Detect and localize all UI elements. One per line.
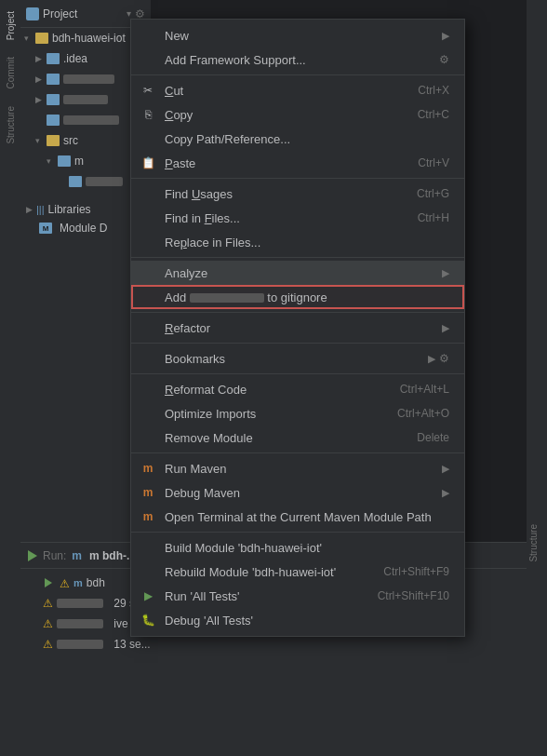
menu-arrow-bookmarks: ▶: [428, 353, 435, 365]
run-item-2-text: [57, 599, 103, 608]
menu-label-cut: Cut: [165, 84, 183, 98]
menu-item-new[interactable]: New ▶: [131, 23, 464, 47]
menu-item-add-gitignore[interactable]: Add to gitignore: [131, 285, 464, 309]
tree-folder-icon-m: [58, 155, 71, 167]
run-item-1-arrow: [45, 578, 52, 587]
menu-item-copy-path[interactable]: Copy Path/Reference...: [131, 127, 464, 151]
open-terminal-icon: m: [140, 509, 155, 524]
run-tests-icon: ▶: [140, 588, 155, 603]
cut-shortcut: Ctrl+X: [418, 84, 449, 97]
separator-2: [131, 178, 464, 179]
menu-item-reformat-code[interactable]: Reformat Code Ctrl+Alt+L: [131, 377, 464, 401]
tree-folder-icon-idea: [47, 53, 60, 64]
menu-item-run-maven[interactable]: m Run Maven ▶: [131, 456, 464, 480]
paste-icon: 📋: [140, 155, 155, 170]
sidebar-tab-project[interactable]: Project: [4, 4, 18, 47]
run-item-1-warning: ⚠: [60, 576, 70, 590]
project-folder-icon: [26, 7, 39, 20]
rebuild-shortcut: Ctrl+Shift+F9: [383, 565, 449, 578]
cut-icon: ✂: [140, 83, 155, 98]
run-play-icon[interactable]: [28, 550, 37, 561]
tree-label-sub: [86, 177, 123, 186]
menu-label-refactor: Refactor: [165, 321, 210, 335]
tree-arrow-m: ▾: [47, 156, 56, 166]
menu-arrow-refactor: ▶: [442, 322, 449, 334]
separator-5: [131, 343, 464, 344]
separator-8: [131, 532, 464, 533]
run-title: m bdh-...: [89, 549, 136, 562]
tree-label-blurred2: [63, 95, 108, 104]
menu-item-copy[interactable]: ⎘ Copy Ctrl+C: [131, 102, 464, 127]
menu-item-replace-in-files[interactable]: Replace in Files...: [131, 230, 464, 254]
run-item-4[interactable]: ⚠ 13 se...: [35, 634, 547, 655]
separator-4: [131, 312, 464, 313]
menu-item-run-all-tests[interactable]: ▶ Run 'All Tests' Ctrl+Shift+F10: [131, 584, 464, 608]
menu-item-paste[interactable]: 📋 Paste Ctrl+V: [131, 151, 464, 175]
menu-label-add-gitignore: Add to gitignore: [165, 290, 327, 304]
menu-arrow-run-maven: ▶: [442, 463, 449, 475]
menu-label-reformat-code: Reformat Code: [165, 383, 247, 397]
libraries-label: Libraries: [48, 203, 91, 216]
menu-label-bookmarks: Bookmarks: [165, 352, 225, 366]
menu-arrow-new: ▶: [442, 30, 449, 42]
tree-label-m: m: [74, 155, 84, 168]
menu-arrow-debug-maven: ▶: [442, 487, 449, 499]
menu-item-optimize-imports[interactable]: Optimize Imports Ctrl+Alt+O: [131, 401, 464, 425]
sidebar-tab-structure[interactable]: Structure: [4, 99, 18, 152]
run-maven-m: m: [72, 549, 82, 562]
right-sidebar: Structure: [527, 0, 547, 756]
tree-label-src: src: [63, 134, 78, 147]
paste-shortcut: Ctrl+V: [418, 156, 449, 169]
menu-item-remove-module[interactable]: Remove Module Delete: [131, 425, 464, 450]
menu-item-find-in-files[interactable]: Find in Files... Ctrl+H: [131, 206, 464, 230]
run-tests-shortcut: Ctrl+Shift+F10: [378, 589, 449, 602]
reformat-shortcut: Ctrl+Alt+L: [400, 383, 449, 396]
menu-label-find-in-files: Find in Files...: [165, 211, 240, 225]
menu-item-find-usages[interactable]: Find Usages Ctrl+G: [131, 182, 464, 206]
tree-folder-icon-src: [47, 135, 60, 146]
menu-label-build-module: Build Module 'bdh-huawei-iot': [165, 541, 322, 555]
module-label: Module D: [60, 222, 107, 235]
sidebar-tab-commit[interactable]: Commit: [4, 49, 18, 96]
tree-label-blurred1: [63, 74, 114, 84]
tree-folder-icon-sub: [69, 176, 82, 187]
menu-item-rebuild-module[interactable]: Rebuild Module 'bdh-huawei-iot' Ctrl+Shi…: [131, 560, 464, 584]
tree-folder-icon-root: [35, 33, 48, 44]
sidebar-tab-structure-right[interactable]: Structure: [527, 517, 540, 570]
run-item-2-warning: ⚠: [43, 597, 53, 610]
menu-label-find-usages: Find Usages: [165, 187, 233, 201]
tree-label-idea: .idea: [63, 52, 87, 65]
menu-item-debug-maven[interactable]: m Debug Maven ▶: [131, 480, 464, 505]
menu-label-open-terminal: Open Terminal at the Current Maven Modul…: [165, 510, 432, 524]
menu-arrow-analyze: ▶: [442, 267, 449, 279]
menu-item-build-module[interactable]: Build Module 'bdh-huawei-iot': [131, 535, 464, 560]
menu-label-copy: Copy: [165, 108, 193, 122]
menu-label-copy-path: Copy Path/Reference...: [165, 132, 290, 146]
debug-tests-icon: 🐛: [140, 613, 155, 628]
copy-icon: ⎘: [140, 107, 155, 122]
menu-item-bookmarks[interactable]: Bookmarks ▶ ⚙: [131, 346, 464, 371]
menu-item-add-framework[interactable]: Add Framework Support... ⚙: [131, 47, 464, 72]
tree-arrow-idea: ▶: [35, 54, 45, 63]
run-item-3-text: [57, 619, 103, 628]
framework-gear-icon: ⚙: [439, 53, 449, 66]
menu-item-open-terminal[interactable]: m Open Terminal at the Current Maven Mod…: [131, 505, 464, 529]
project-dropdown-icon[interactable]: ▾: [127, 8, 131, 19]
tree-arrow-root: ▾: [24, 34, 33, 43]
menu-item-cut[interactable]: ✂ Cut Ctrl+X: [131, 78, 464, 102]
tree-folder-icon-blurred3: [47, 115, 60, 126]
find-in-files-shortcut: Ctrl+H: [418, 211, 449, 224]
tree-folder-icon-blurred1: [47, 74, 60, 85]
run-item-4-text: [57, 640, 103, 649]
tree-arrow-blurred2: ▶: [35, 95, 45, 104]
menu-item-debug-all-tests[interactable]: 🐛 Debug 'All Tests': [131, 608, 464, 632]
separator-7: [131, 452, 464, 453]
separator-3: [131, 257, 464, 258]
menu-label-run-maven: Run Maven: [165, 462, 226, 476]
menu-item-refactor[interactable]: Refactor ▶: [131, 316, 464, 340]
run-label: Run:: [43, 549, 66, 562]
menu-label-rebuild-module: Rebuild Module 'bdh-huawei-iot': [165, 565, 336, 579]
menu-label-optimize-imports: Optimize Imports: [165, 407, 256, 421]
remove-shortcut: Delete: [417, 431, 449, 444]
menu-item-analyze[interactable]: Analyze ▶: [131, 261, 464, 285]
